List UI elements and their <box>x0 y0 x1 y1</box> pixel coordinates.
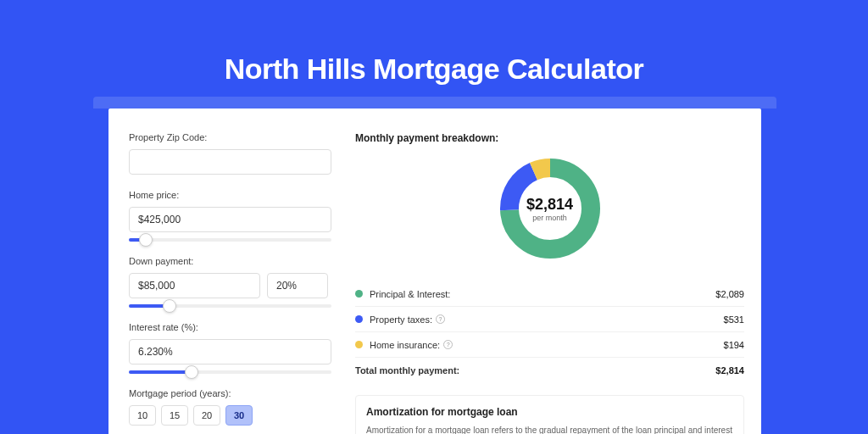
amortization-box: Amortization for mortgage loan Amortizat… <box>355 395 744 434</box>
dot-icon <box>355 290 363 298</box>
legend-row-total: Total monthly payment: $2,814 <box>355 358 744 383</box>
legend-label: Principal & Interest: <box>370 289 715 299</box>
breakdown-title: Monthly payment breakdown: <box>355 132 744 144</box>
legend-value: $194 <box>724 340 744 350</box>
period-btn-20[interactable]: 20 <box>193 405 220 426</box>
period-label: Mortgage period (years): <box>129 388 338 398</box>
zip-input[interactable] <box>129 149 331 175</box>
legend-value: $2,089 <box>715 289 744 299</box>
zip-label: Property Zip Code: <box>129 132 338 142</box>
interest-slider[interactable] <box>129 368 331 376</box>
info-icon[interactable]: ? <box>436 314 445 324</box>
period-group: 10 15 20 30 <box>129 405 338 426</box>
legend-value: $531 <box>724 314 744 325</box>
down-payment-pct-input[interactable] <box>267 273 328 298</box>
legend-label: Property taxes: ? <box>370 314 724 325</box>
interest-input[interactable] <box>129 339 331 364</box>
form-panel: Property Zip Code: Home price: Down paym… <box>108 108 338 434</box>
card-top-bar <box>93 97 776 108</box>
dot-icon <box>355 315 363 323</box>
page-title: North Hills Mortgage Calculator <box>0 53 868 86</box>
legend-label: Home insurance: ? <box>370 340 724 350</box>
home-price-input[interactable] <box>129 207 331 232</box>
period-btn-15[interactable]: 15 <box>161 405 188 426</box>
total-label: Total monthly payment: <box>355 365 715 376</box>
legend-row-insurance: Home insurance: ? $194 <box>355 332 744 358</box>
interest-label: Interest rate (%): <box>129 322 338 332</box>
period-btn-10[interactable]: 10 <box>129 405 156 426</box>
donut-sub: per month <box>532 214 567 222</box>
home-price-slider[interactable] <box>129 236 331 244</box>
total-value: $2,814 <box>715 365 744 376</box>
legend-row-taxes: Property taxes: ? $531 <box>355 307 744 332</box>
breakdown-panel: Monthly payment breakdown: $2,814 per mo… <box>338 108 761 434</box>
period-btn-30[interactable]: 30 <box>225 405 253 426</box>
calculator-card: Property Zip Code: Home price: Down paym… <box>108 108 761 434</box>
legend-row-principal: Principal & Interest: $2,089 <box>355 281 744 307</box>
home-price-label: Home price: <box>129 190 338 200</box>
down-payment-input[interactable] <box>129 273 260 298</box>
info-icon[interactable]: ? <box>443 340 453 349</box>
down-payment-label: Down payment: <box>129 256 338 266</box>
dot-icon <box>355 341 363 348</box>
down-payment-slider[interactable] <box>129 302 331 310</box>
amortization-text: Amortization for a mortgage loan refers … <box>366 425 733 434</box>
amortization-title: Amortization for mortgage loan <box>366 406 733 418</box>
donut-value: $2,814 <box>526 196 573 214</box>
donut-chart: $2,814 per month <box>498 156 603 261</box>
